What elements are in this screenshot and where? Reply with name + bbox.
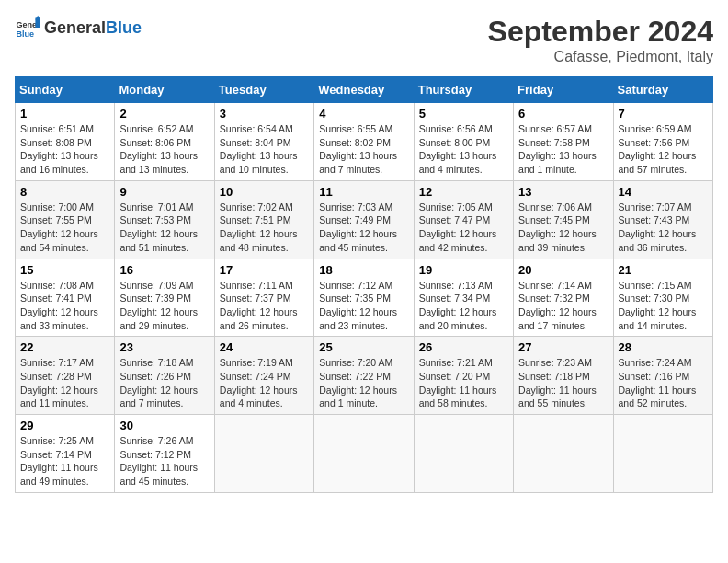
day-number: 20	[518, 263, 608, 277]
calendar-week-4: 22Sunrise: 7:17 AM Sunset: 7:28 PM Dayli…	[16, 337, 713, 415]
day-detail: Sunrise: 6:51 AM Sunset: 8:08 PM Dayligh…	[20, 122, 109, 177]
day-number: 30	[119, 419, 209, 432]
day-detail: Sunrise: 7:03 AM Sunset: 7:49 PM Dayligh…	[319, 201, 408, 255]
day-detail: Sunrise: 7:26 AM Sunset: 7:12 PM Dayligh…	[119, 434, 209, 488]
day-detail: Sunrise: 7:12 AM Sunset: 7:35 PM Dayligh…	[319, 279, 408, 333]
day-number: 8	[20, 185, 109, 199]
day-detail: Sunrise: 7:02 AM Sunset: 7:51 PM Dayligh…	[220, 201, 309, 255]
calendar-cell: 10Sunrise: 7:02 AM Sunset: 7:51 PM Dayli…	[214, 180, 313, 259]
day-header-thursday: Thursday	[414, 77, 513, 103]
day-number: 5	[419, 107, 508, 121]
day-number: 19	[419, 263, 508, 277]
calendar-cell: 17Sunrise: 7:11 AM Sunset: 7:37 PM Dayli…	[214, 259, 313, 337]
calendar-cell	[613, 415, 712, 493]
day-detail: Sunrise: 7:21 AM Sunset: 7:20 PM Dayligh…	[419, 356, 508, 410]
day-number: 10	[220, 185, 309, 199]
day-number: 16	[119, 263, 209, 277]
day-header-wednesday: Wednesday	[314, 77, 414, 103]
day-number: 12	[419, 185, 508, 199]
day-detail: Sunrise: 7:18 AM Sunset: 7:26 PM Dayligh…	[119, 356, 209, 410]
calendar-cell: 6Sunrise: 6:57 AM Sunset: 7:58 PM Daylig…	[514, 103, 613, 181]
location-title: Cafasse, Piedmont, Italy	[488, 49, 713, 65]
day-detail: Sunrise: 7:00 AM Sunset: 7:55 PM Dayligh…	[20, 201, 109, 255]
page-header: General Blue GeneralBlue September 2024 …	[15, 15, 713, 65]
day-number: 2	[119, 107, 209, 121]
calendar-cell: 26Sunrise: 7:21 AM Sunset: 7:20 PM Dayli…	[414, 337, 513, 415]
day-header-monday: Monday	[115, 77, 214, 103]
calendar-cell: 5Sunrise: 6:56 AM Sunset: 8:00 PM Daylig…	[414, 103, 513, 181]
day-number: 15	[20, 263, 109, 277]
calendar-cell: 13Sunrise: 7:06 AM Sunset: 7:45 PM Dayli…	[514, 180, 613, 259]
calendar-cell: 27Sunrise: 7:23 AM Sunset: 7:18 PM Dayli…	[514, 337, 613, 415]
calendar-cell: 16Sunrise: 7:09 AM Sunset: 7:39 PM Dayli…	[115, 259, 214, 337]
day-number: 6	[518, 107, 608, 121]
calendar-week-3: 15Sunrise: 7:08 AM Sunset: 7:41 PM Dayli…	[16, 259, 713, 337]
day-number: 13	[518, 185, 608, 199]
calendar-cell: 7Sunrise: 6:59 AM Sunset: 7:56 PM Daylig…	[613, 103, 712, 181]
day-detail: Sunrise: 7:14 AM Sunset: 7:32 PM Dayligh…	[518, 279, 608, 333]
calendar-cell: 8Sunrise: 7:00 AM Sunset: 7:55 PM Daylig…	[16, 180, 115, 259]
day-number: 18	[319, 263, 408, 277]
calendar-cell: 30Sunrise: 7:26 AM Sunset: 7:12 PM Dayli…	[115, 415, 214, 493]
logo-icon: General Blue	[15, 15, 40, 40]
day-number: 22	[20, 340, 109, 354]
logo-general: General	[44, 18, 106, 38]
day-header-saturday: Saturday	[613, 77, 712, 103]
calendar-week-1: 1Sunrise: 6:51 AM Sunset: 8:08 PM Daylig…	[16, 103, 713, 181]
calendar-cell: 14Sunrise: 7:07 AM Sunset: 7:43 PM Dayli…	[613, 180, 712, 259]
day-header-friday: Friday	[514, 77, 613, 103]
day-detail: Sunrise: 7:15 AM Sunset: 7:30 PM Dayligh…	[619, 279, 708, 333]
day-number: 21	[619, 263, 708, 277]
day-number: 23	[119, 340, 209, 354]
day-detail: Sunrise: 7:23 AM Sunset: 7:18 PM Dayligh…	[518, 356, 608, 410]
day-number: 17	[220, 263, 309, 277]
month-title: September 2024	[488, 15, 713, 49]
day-detail: Sunrise: 6:56 AM Sunset: 8:00 PM Dayligh…	[419, 122, 508, 177]
svg-marker-3	[35, 16, 40, 20]
day-detail: Sunrise: 6:55 AM Sunset: 8:02 PM Dayligh…	[319, 122, 408, 177]
calendar-table: SundayMondayTuesdayWednesdayThursdayFrid…	[15, 76, 713, 493]
day-header-sunday: Sunday	[16, 77, 115, 103]
day-detail: Sunrise: 6:57 AM Sunset: 7:58 PM Dayligh…	[518, 122, 608, 177]
calendar-week-5: 29Sunrise: 7:25 AM Sunset: 7:14 PM Dayli…	[16, 415, 713, 493]
calendar-cell: 9Sunrise: 7:01 AM Sunset: 7:53 PM Daylig…	[115, 180, 214, 259]
calendar-cell: 24Sunrise: 7:19 AM Sunset: 7:24 PM Dayli…	[214, 337, 313, 415]
day-detail: Sunrise: 7:20 AM Sunset: 7:22 PM Dayligh…	[319, 356, 408, 410]
day-number: 27	[518, 340, 608, 354]
calendar-cell: 2Sunrise: 6:52 AM Sunset: 8:06 PM Daylig…	[115, 103, 214, 181]
day-detail: Sunrise: 6:59 AM Sunset: 7:56 PM Dayligh…	[619, 122, 708, 177]
day-detail: Sunrise: 7:01 AM Sunset: 7:53 PM Dayligh…	[119, 201, 209, 255]
day-detail: Sunrise: 7:05 AM Sunset: 7:47 PM Dayligh…	[419, 201, 508, 255]
day-detail: Sunrise: 7:24 AM Sunset: 7:16 PM Dayligh…	[619, 356, 708, 410]
day-detail: Sunrise: 7:08 AM Sunset: 7:41 PM Dayligh…	[20, 279, 109, 333]
calendar-cell: 19Sunrise: 7:13 AM Sunset: 7:34 PM Dayli…	[414, 259, 513, 337]
day-number: 25	[319, 340, 408, 354]
calendar-cell	[314, 415, 414, 493]
calendar-cell: 15Sunrise: 7:08 AM Sunset: 7:41 PM Dayli…	[16, 259, 115, 337]
calendar-cell: 12Sunrise: 7:05 AM Sunset: 7:47 PM Dayli…	[414, 180, 513, 259]
day-detail: Sunrise: 6:54 AM Sunset: 8:04 PM Dayligh…	[220, 122, 309, 177]
calendar-cell	[514, 415, 613, 493]
day-number: 1	[20, 107, 109, 121]
calendar-header-row: SundayMondayTuesdayWednesdayThursdayFrid…	[16, 77, 713, 103]
calendar-cell	[414, 415, 513, 493]
day-detail: Sunrise: 7:11 AM Sunset: 7:37 PM Dayligh…	[220, 279, 309, 333]
calendar-cell: 23Sunrise: 7:18 AM Sunset: 7:26 PM Dayli…	[115, 337, 214, 415]
calendar-cell: 29Sunrise: 7:25 AM Sunset: 7:14 PM Dayli…	[16, 415, 115, 493]
day-detail: Sunrise: 7:09 AM Sunset: 7:39 PM Dayligh…	[119, 279, 209, 333]
day-detail: Sunrise: 6:52 AM Sunset: 8:06 PM Dayligh…	[119, 122, 209, 177]
calendar-cell: 28Sunrise: 7:24 AM Sunset: 7:16 PM Dayli…	[613, 337, 712, 415]
day-number: 7	[619, 107, 708, 121]
day-number: 14	[619, 185, 708, 199]
day-detail: Sunrise: 7:25 AM Sunset: 7:14 PM Dayligh…	[20, 434, 109, 488]
day-number: 11	[319, 185, 408, 199]
logo-blue: Blue	[106, 18, 142, 38]
logo: General Blue GeneralBlue	[15, 15, 142, 40]
calendar-cell	[214, 415, 313, 493]
calendar-cell: 18Sunrise: 7:12 AM Sunset: 7:35 PM Dayli…	[314, 259, 414, 337]
day-detail: Sunrise: 7:07 AM Sunset: 7:43 PM Dayligh…	[619, 201, 708, 255]
day-number: 24	[220, 340, 309, 354]
day-detail: Sunrise: 7:19 AM Sunset: 7:24 PM Dayligh…	[220, 356, 309, 410]
day-detail: Sunrise: 7:17 AM Sunset: 7:28 PM Dayligh…	[20, 356, 109, 410]
calendar-cell: 25Sunrise: 7:20 AM Sunset: 7:22 PM Dayli…	[314, 337, 414, 415]
